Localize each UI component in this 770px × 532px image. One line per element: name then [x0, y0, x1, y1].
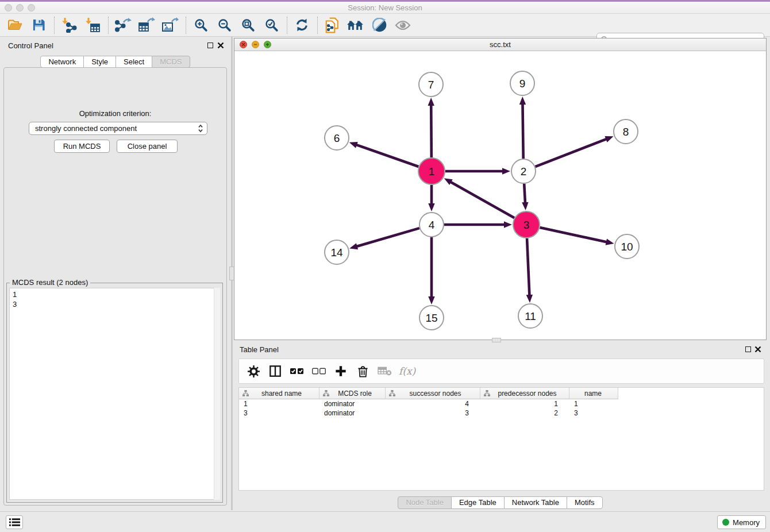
close-panel-button[interactable]: Close panel: [117, 140, 178, 153]
show-all-columns-button[interactable]: [290, 363, 305, 380]
zoom-in-button[interactable]: [191, 16, 210, 34]
result-scrollbar[interactable]: [214, 288, 220, 500]
zoom-selected-button[interactable]: [262, 16, 280, 34]
save-session-button[interactable]: [29, 16, 48, 34]
fx-icon: f(x): [399, 365, 415, 377]
column-header-successor-nodes[interactable]: successor nodes: [386, 388, 480, 399]
toolbar-separator: [186, 17, 186, 34]
graph-edge-1-6[interactable]: [356, 145, 418, 167]
open-session-button[interactable]: [6, 16, 24, 34]
split-columns-button[interactable]: [268, 363, 283, 380]
first-neighbors-button[interactable]: [346, 16, 365, 34]
tab-select[interactable]: Select: [116, 56, 152, 68]
mac-titlebar: Session: New Session: [0, 2, 770, 14]
table-body: 1dominator4113dominator323: [239, 399, 764, 418]
control-panel-close-button[interactable]: [217, 41, 224, 51]
main-toolbar: [0, 14, 770, 37]
graph-edge-2-8[interactable]: [536, 139, 607, 167]
folder-open-icon: [7, 18, 22, 32]
zoom-fit-icon: [241, 18, 255, 32]
export-network-button[interactable]: [114, 16, 132, 34]
tab-network-table[interactable]: Network Table: [504, 496, 567, 509]
control-panel-float-button[interactable]: [207, 43, 213, 48]
graph-edge-arrowhead: [428, 296, 434, 304]
network-window-title: scc.txt: [234, 40, 766, 49]
show-graphics-eye-button[interactable]: [394, 16, 412, 34]
graph-edge-2-9[interactable]: [522, 103, 523, 159]
graph-edge-3-10[interactable]: [540, 228, 607, 242]
tab-mcds[interactable]: MCDS: [152, 56, 190, 68]
status-bar: Memory: [0, 511, 770, 532]
add-column-button[interactable]: [333, 363, 348, 380]
table-cell: 2: [480, 408, 569, 418]
tab-node-table[interactable]: Node Table: [398, 496, 452, 509]
run-mcds-button[interactable]: Run MCDS: [54, 140, 110, 153]
horizontal-splitter-grip[interactable]: [492, 338, 501, 342]
graph-edge-4-14[interactable]: [356, 228, 419, 246]
table-settings-button[interactable]: [246, 363, 261, 380]
checked-boxes-icon: [290, 368, 304, 375]
table-panel-title: Table Panel: [240, 345, 279, 354]
network-window-titlebar: scc.txt: [234, 38, 766, 51]
tab-style[interactable]: Style: [83, 56, 116, 68]
eye-icon: [395, 20, 411, 30]
graph-node-label: 2: [521, 165, 527, 178]
zoom-out-button[interactable]: [215, 16, 233, 34]
clone-network-button[interactable]: [323, 16, 341, 34]
function-builder-button[interactable]: f(x): [399, 363, 415, 380]
column-header-MCDS-role[interactable]: MCDS role: [319, 388, 386, 399]
table-row[interactable]: 1dominator411: [239, 399, 764, 408]
export-image-button[interactable]: [161, 16, 179, 34]
table-cell: 1: [480, 399, 569, 408]
graph-node-label: 11: [525, 310, 536, 322]
import-table-icon: [85, 17, 101, 33]
dropdown-selected-value: strongly connected component: [35, 124, 198, 133]
graph-node-label: 8: [623, 126, 629, 138]
column-header-label: shared name: [249, 390, 319, 398]
trash-icon: [357, 365, 368, 377]
export-table-button[interactable]: [137, 16, 156, 34]
toolbar-separator: [287, 17, 287, 34]
table-panel-float-button[interactable]: [745, 346, 751, 352]
column-header-shared-name[interactable]: shared name: [239, 388, 319, 399]
zoom-fit-button[interactable]: [238, 16, 257, 34]
column-header-label: name: [573, 390, 618, 398]
tab-edge-table[interactable]: Edge Table: [451, 496, 505, 509]
import-table-button[interactable]: [83, 16, 102, 34]
graph-node-label: 14: [330, 246, 343, 259]
delete-table-button[interactable]: [377, 363, 392, 380]
graph-edge-2-3[interactable]: [524, 184, 525, 203]
column-header-name[interactable]: name: [569, 388, 618, 399]
graph-edge-3-1[interactable]: [450, 182, 514, 218]
task-history-button[interactable]: [6, 515, 23, 529]
optimization-criterion-label: Optimization criterion:: [4, 109, 226, 118]
network-canvas[interactable]: 1234678910111415: [234, 51, 766, 340]
table-panel-tabs: Node TableEdge TableNetwork TableMotifs: [234, 496, 767, 509]
hierarchy-icon: [242, 390, 249, 396]
graph-edge-3-11[interactable]: [527, 238, 529, 296]
table-cell: dominator: [319, 408, 386, 418]
graph-node-label: 10: [621, 241, 633, 253]
graph-edge-arrowhead: [349, 142, 358, 148]
optimization-criterion-dropdown[interactable]: strongly connected component: [29, 122, 207, 135]
toolbar-separator: [317, 17, 318, 34]
hide-details-icon: [372, 18, 387, 32]
memory-label: Memory: [733, 518, 760, 527]
floppy-disk-icon: [32, 18, 45, 32]
column-header-predecessor-nodes[interactable]: predecessor nodes: [480, 388, 569, 399]
table-panel-close-button[interactable]: [754, 345, 761, 355]
graph-edge-1-7[interactable]: [431, 105, 432, 157]
hide-all-columns-button[interactable]: [311, 363, 326, 380]
graph-edge-arrowhead: [522, 202, 528, 210]
table-row[interactable]: 3dominator323: [239, 408, 764, 418]
import-network-button[interactable]: [60, 16, 78, 34]
tab-network[interactable]: Network: [40, 56, 84, 68]
tab-motifs[interactable]: Motifs: [567, 496, 603, 509]
hide-graphics-details-button[interactable]: [370, 16, 388, 34]
toolbar-separator: [54, 17, 55, 34]
memory-button[interactable]: Memory: [717, 515, 766, 529]
refresh-button[interactable]: [292, 16, 311, 34]
mcds-result-text[interactable]: 13: [9, 288, 220, 500]
mcds-result-line: 1: [13, 290, 217, 299]
delete-column-button[interactable]: [355, 363, 370, 380]
